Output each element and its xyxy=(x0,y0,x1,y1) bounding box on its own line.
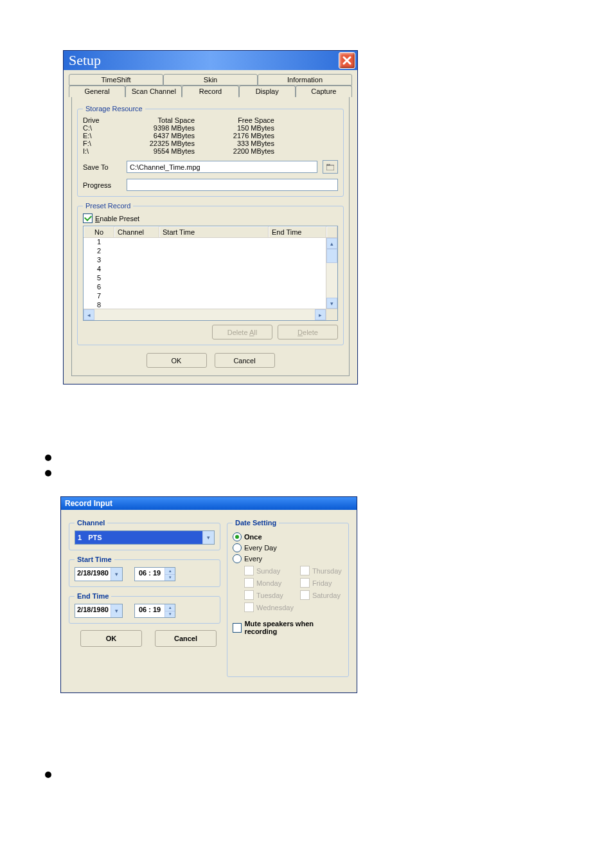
progress-label: Progress xyxy=(83,181,121,189)
delete-button[interactable]: DeleteDelete xyxy=(278,325,338,339)
end-time-spinner[interactable]: 06 : 19 ▴ ▾ xyxy=(134,604,175,618)
end-date-picker[interactable]: 2/18/1980 ▾ xyxy=(75,604,123,618)
channel-name: PTS xyxy=(88,534,102,541)
start-time-legend: Start Time xyxy=(75,556,114,563)
check-tuesday[interactable] xyxy=(244,590,254,600)
list-item: 6 xyxy=(84,283,337,292)
channel-group: Channel 1 PTS ▾ xyxy=(69,519,220,550)
spin-up-icon[interactable]: ▴ xyxy=(165,568,175,575)
horizontal-scrollbar[interactable]: ◂ ▸ xyxy=(84,309,337,320)
check-thursday[interactable] xyxy=(300,566,310,575)
radio-every[interactable] xyxy=(233,554,242,563)
start-time-spinner[interactable]: 06 : 19 ▴ ▾ xyxy=(134,567,175,581)
channel-combo[interactable]: 1 PTS ▾ xyxy=(75,530,215,545)
drive-row-t: 22325 MBytes xyxy=(118,140,195,147)
delete-all-button[interactable]: Delete AllDelete All xyxy=(212,325,272,339)
tab-scan-channel[interactable]: Scan Channel xyxy=(125,86,182,97)
channel-number: 1 xyxy=(78,534,82,541)
end-time-legend: End Time xyxy=(75,592,111,600)
day-tuesday-label: Tuesday xyxy=(256,592,283,599)
record-input-titlebar: Record Input xyxy=(61,497,357,510)
browse-button[interactable] xyxy=(323,160,338,174)
cancel-button[interactable]: Cancel xyxy=(215,353,275,368)
day-sunday-label: Sunday xyxy=(256,567,280,575)
close-icon xyxy=(342,56,351,65)
tab-capture[interactable]: Capture xyxy=(296,86,352,97)
scroll-thumb[interactable] xyxy=(326,249,337,263)
drive-row-f: 2176 MBytes xyxy=(197,132,274,140)
drive-row-f: 2200 MBytes xyxy=(197,147,274,155)
drive-row-t: 6437 MBytes xyxy=(118,132,195,140)
spin-down-icon[interactable]: ▾ xyxy=(165,575,175,581)
mute-checkbox[interactable] xyxy=(233,623,242,633)
days-grid: Sunday Thursday Monday Friday Tuesday Sa… xyxy=(244,566,343,612)
start-date-picker[interactable]: 2/18/1980 ▾ xyxy=(75,567,123,581)
radio-every-day[interactable] xyxy=(233,543,242,552)
end-time-value: 06 : 19 xyxy=(135,604,164,617)
setup-dialog: Setup TimeShift Skin Information General… xyxy=(63,50,358,384)
tab-timeshift[interactable]: TimeShift xyxy=(69,74,163,86)
scroll-down-button[interactable]: ▾ xyxy=(326,298,337,309)
day-thursday-label: Thursday xyxy=(312,567,342,575)
scroll-right-button[interactable]: ▸ xyxy=(315,309,326,320)
drive-row-f: 150 MBytes xyxy=(197,124,274,132)
record-ok-button[interactable]: OK xyxy=(80,630,142,647)
start-date-value: 2/18/1980 xyxy=(75,568,111,581)
start-time-group: Start Time 2/18/1980 ▾ 06 : 19 ▴ ▾ xyxy=(69,556,220,587)
save-to-label: Save To xyxy=(83,163,121,171)
col-channel[interactable]: Channel xyxy=(114,226,159,237)
check-friday[interactable] xyxy=(300,578,310,588)
drive-row-d: I:\ xyxy=(83,147,115,155)
scroll-left-button[interactable]: ◂ xyxy=(84,309,94,320)
chevron-down-icon[interactable]: ▾ xyxy=(202,531,214,544)
save-to-input[interactable] xyxy=(127,161,317,173)
day-monday-label: Monday xyxy=(256,579,281,587)
check-saturday[interactable] xyxy=(300,590,310,600)
tab-general[interactable]: General xyxy=(69,86,125,97)
check-wednesday[interactable] xyxy=(244,602,254,612)
check-sunday[interactable] xyxy=(244,566,254,575)
check-monday[interactable] xyxy=(244,578,254,588)
tab-display[interactable]: Display xyxy=(239,86,296,97)
tab-information[interactable]: Information xyxy=(258,74,352,86)
date-setting-group: Date Setting Once Every Day Every Sunday… xyxy=(227,519,349,677)
ok-button[interactable]: OK xyxy=(147,353,207,368)
tab-record[interactable]: Record xyxy=(182,86,238,98)
end-date-value: 2/18/1980 xyxy=(75,604,111,617)
col-start-time[interactable]: Start Time xyxy=(159,226,269,237)
radio-every-day-label: Every Day xyxy=(244,544,277,552)
mute-label: Mute speakers when recording xyxy=(244,620,343,635)
storage-legend: Storage Resource xyxy=(83,105,145,113)
drive-col-total: Total Space xyxy=(118,116,195,124)
preset-record-group: Preset Record EEnable Presetnable Preset… xyxy=(77,202,344,345)
list-item: 8 xyxy=(84,301,337,309)
radio-once-label: Once xyxy=(244,533,262,541)
spin-down-icon[interactable]: ▾ xyxy=(165,611,175,618)
drive-row-d: E:\ xyxy=(83,132,115,140)
drive-table: Drive Total Space Free Space C:\ 9398 MB… xyxy=(83,116,338,155)
day-saturday-label: Saturday xyxy=(312,592,341,599)
chevron-down-icon[interactable]: ▾ xyxy=(111,604,122,617)
radio-once[interactable] xyxy=(233,532,242,541)
enable-preset-checkbox[interactable] xyxy=(83,213,93,223)
setup-title-text: Setup xyxy=(69,52,101,69)
day-wednesday-label: Wednesday xyxy=(256,604,294,611)
list-item: 2 xyxy=(84,247,337,256)
spin-up-icon[interactable]: ▴ xyxy=(165,604,175,611)
radio-every-label: Every xyxy=(244,555,262,563)
col-end-time[interactable]: End Time xyxy=(269,226,326,237)
close-button[interactable] xyxy=(339,52,355,69)
list-item: 5 xyxy=(84,274,337,283)
vertical-scrollbar[interactable]: ▴ ▾ xyxy=(326,238,337,309)
list-item: 4 xyxy=(84,265,337,274)
date-setting-legend: Date Setting xyxy=(233,519,279,527)
col-no[interactable]: No xyxy=(84,226,114,237)
record-cancel-button[interactable]: Cancel xyxy=(155,630,217,647)
progress-bar xyxy=(127,179,338,191)
drive-row-d: F:\ xyxy=(83,140,115,147)
chevron-down-icon[interactable]: ▾ xyxy=(111,568,122,581)
tab-skin[interactable]: Skin xyxy=(163,74,258,86)
scroll-up-button[interactable]: ▴ xyxy=(326,238,337,249)
preset-list[interactable]: No Channel Start Time End Time ▴ ▾ xyxy=(83,226,338,321)
svg-rect-0 xyxy=(326,165,334,170)
